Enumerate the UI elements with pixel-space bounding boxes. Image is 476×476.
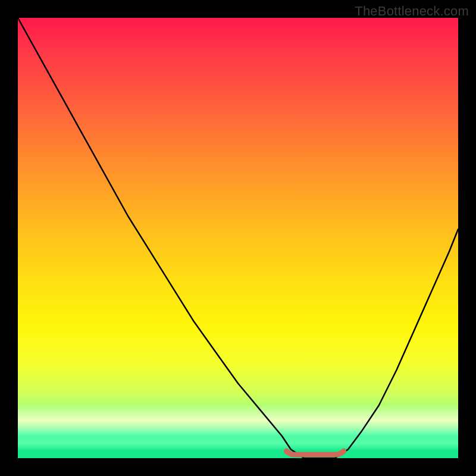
gradient-background [18, 18, 458, 458]
plot-area [18, 18, 458, 458]
chart-frame: TheBottleneck.com [0, 0, 476, 476]
watermark: TheBottleneck.com [355, 4, 469, 19]
